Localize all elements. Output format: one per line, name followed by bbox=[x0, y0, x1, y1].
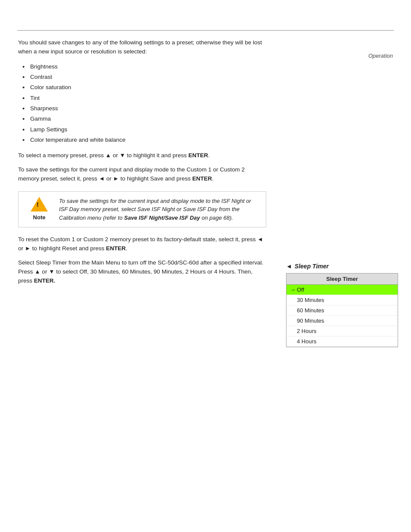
note-label: Note bbox=[33, 214, 46, 221]
list-item: Sharpness bbox=[22, 103, 266, 114]
sleep-timer-heading: ◄ Sleep Timer bbox=[286, 263, 398, 270]
sleep-timer-90-label: 90 Minutes bbox=[297, 317, 394, 324]
sleep-timer-table-header: Sleep Timer bbox=[286, 274, 398, 285]
sleep-timer-2h-label: 2 Hours bbox=[297, 328, 394, 334]
para4: Select Sleep Timer from the Main Menu to… bbox=[18, 258, 266, 286]
list-item: Color temperature and white balance bbox=[22, 135, 266, 145]
list-item: Tint bbox=[22, 93, 266, 103]
note-bold-ref: Save ISF Night/Save ISF Day bbox=[124, 215, 200, 221]
list-item: Gamma bbox=[22, 114, 266, 124]
note-box: Note To save the settings for the curren… bbox=[18, 191, 266, 228]
sleep-timer-row-off[interactable]: → Off bbox=[286, 285, 398, 295]
sleep-timer-row-90[interactable]: 90 Minutes bbox=[286, 316, 398, 326]
main-content: You should save changes to any of the fo… bbox=[0, 31, 284, 286]
sleep-timer-row-2h[interactable]: 2 Hours bbox=[286, 326, 398, 336]
sleep-timer-4h-label: 4 Hours bbox=[297, 338, 394, 345]
sleep-timer-row-30[interactable]: 30 Minutes bbox=[286, 295, 398, 305]
note-icon-area: Note bbox=[25, 197, 59, 221]
intro-text: You should save changes to any of the fo… bbox=[18, 38, 266, 56]
sleep-timer-table: Sleep Timer → Off 30 Minutes 60 Minutes … bbox=[286, 273, 398, 347]
list-item: Contrast bbox=[22, 72, 266, 82]
sleep-timer-row-4h[interactable]: 4 Hours bbox=[286, 336, 398, 347]
warning-icon bbox=[31, 197, 48, 212]
header-label: Operation bbox=[368, 53, 393, 59]
sleep-timer-title: Sleep Timer bbox=[295, 263, 329, 270]
arrow-left-icon: ◄ bbox=[286, 263, 292, 270]
list-item: Color saturation bbox=[22, 82, 266, 93]
para2: To save the settings for the current inp… bbox=[18, 165, 266, 184]
page-container: Operation You should save changes to any… bbox=[0, 30, 411, 532]
enter-bold-1: ENTER bbox=[188, 152, 208, 159]
list-item: Brightness bbox=[22, 62, 266, 72]
para1: To select a memory preset, press ▲ or ▼ … bbox=[18, 151, 266, 160]
para3: To reset the Custom 1 or Custom 2 memory… bbox=[18, 235, 266, 253]
enter-bold-4: ENTER. bbox=[34, 277, 56, 284]
bullet-list: Brightness Contrast Color saturation Tin… bbox=[22, 62, 266, 145]
sleep-timer-row-60[interactable]: 60 Minutes bbox=[286, 305, 398, 316]
sleep-timer-off-label: Off bbox=[297, 286, 394, 293]
sleep-timer-60-label: 60 Minutes bbox=[297, 307, 394, 314]
enter-bold-3: ENTER bbox=[106, 245, 126, 252]
sleep-timer-30-label: 30 Minutes bbox=[297, 297, 394, 303]
note-text: To save the settings for the current inp… bbox=[59, 197, 260, 222]
selected-arrow-icon: → bbox=[290, 286, 297, 293]
list-item: Lamp Settings bbox=[22, 124, 266, 135]
enter-bold-2: ENTER bbox=[192, 175, 212, 182]
right-panel: ◄ Sleep Timer Sleep Timer → Off 30 Minut… bbox=[286, 263, 398, 347]
